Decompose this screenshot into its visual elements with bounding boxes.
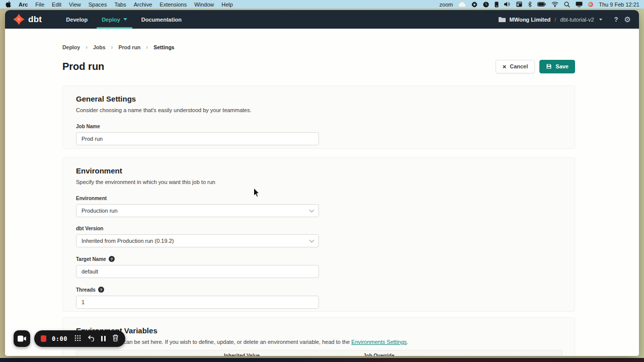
settings-gear-icon[interactable]: ⚙ (624, 16, 631, 23)
menubar-app-arc[interactable]: Arc (19, 2, 28, 8)
device-icon[interactable] (495, 2, 499, 8)
video-camera-icon (18, 335, 26, 342)
bluetooth-icon[interactable] (528, 2, 532, 8)
general-settings-subtitle: Consider choosing a name that's easily u… (76, 107, 561, 113)
job-name-field: Job Name (76, 124, 561, 145)
wifi-icon[interactable] (551, 2, 558, 7)
volume-icon[interactable] (504, 2, 511, 7)
menubar-spaces[interactable]: Spaces (89, 2, 107, 8)
menubar-edit[interactable]: Edit (52, 2, 61, 8)
dbt-version-select[interactable]: Inherited from Production run (0.19.2) (76, 234, 319, 247)
page-content: Deploy › Jobs › Prod run › Settings Prod… (5, 29, 639, 356)
target-name-field: Target Name ? (76, 256, 561, 278)
nav-tabs: Develop Deploy Documentation (59, 10, 189, 29)
job-name-input[interactable] (76, 132, 319, 145)
tab-deploy-label: Deploy (102, 17, 120, 23)
environment-section: Environment Specify the environment in w… (62, 157, 575, 312)
dbt-navbar: dbt Develop Deploy Documentation MWong L… (5, 10, 639, 29)
dbt-logo-text: dbt (28, 15, 42, 25)
help-button[interactable]: ? (614, 16, 618, 23)
breadcrumb-deploy[interactable]: Deploy (62, 44, 80, 50)
target-name-help-icon[interactable]: ? (109, 256, 115, 262)
restart-recording-icon[interactable] (88, 334, 95, 343)
battery-icon[interactable] (537, 2, 546, 7)
dbt-version-field: dbt Version Inherited from Production ru… (76, 226, 561, 247)
menubar-status-area: zoom Thu 9 Feb 12:21 (439, 2, 644, 8)
recorder-camera-button[interactable] (14, 330, 30, 347)
breadcrumb-jobs[interactable]: Jobs (93, 44, 106, 50)
chevron-down-icon (309, 207, 314, 212)
menubar-window[interactable]: Window (194, 2, 214, 8)
environment-field: Environment Production run (76, 196, 561, 217)
menubar-left: Arc File Edit View Spaces Tabs Archive E… (0, 1, 233, 8)
dbt-logo[interactable]: dbt (13, 14, 42, 25)
folder-icon (499, 15, 506, 24)
nav-right: MWong Limited / dbt-tutorial-v2 ? ⚙ (499, 15, 631, 24)
cloud-icon[interactable] (458, 2, 466, 7)
subtitle-period: . (407, 339, 408, 345)
macos-menubar: Arc File Edit View Spaces Tabs Archive E… (0, 0, 644, 9)
col-job-override: Job Override (363, 353, 562, 356)
pause-recording-icon[interactable] (101, 336, 106, 341)
environment-title: Environment (76, 166, 561, 175)
display-icon[interactable] (576, 2, 583, 7)
menubar-tabs[interactable]: Tabs (114, 2, 126, 8)
threads-help-icon[interactable]: ? (98, 287, 104, 293)
breadcrumb-prod-run[interactable]: Prod run (119, 44, 141, 50)
menubar-extensions[interactable]: Extensions (159, 2, 187, 8)
breadcrumb-separator: › (111, 44, 113, 50)
gear-icon[interactable] (471, 2, 477, 8)
close-icon: × (503, 63, 507, 70)
environment-variables-title: Environment Variables (76, 326, 561, 335)
drag-handle-icon[interactable] (74, 334, 81, 343)
environment-select-value: Production run (82, 208, 118, 214)
threads-label: Threads (76, 287, 96, 293)
target-name-label: Target Name (76, 256, 106, 262)
save-button[interactable]: Save (539, 60, 575, 73)
menubar-archive[interactable]: Archive (134, 2, 152, 8)
threads-input[interactable] (76, 296, 319, 309)
threads-field: Threads ? (76, 287, 561, 309)
menubar-help[interactable]: Help (221, 2, 233, 8)
dbt-version-label: dbt Version (76, 226, 561, 231)
save-icon (546, 63, 552, 69)
target-name-input[interactable] (76, 265, 319, 278)
environment-select[interactable]: Production run (76, 204, 319, 217)
tab-deploy[interactable]: Deploy (95, 10, 134, 29)
breadcrumb-settings: Settings (153, 44, 174, 50)
general-settings-title: General Settings (76, 95, 561, 103)
menubar-view[interactable]: View (69, 2, 81, 8)
breadcrumb-separator: › (146, 44, 148, 50)
breadcrumb-separator: › (86, 44, 88, 50)
clock-icon[interactable] (483, 2, 489, 8)
recorder-controls (74, 334, 119, 343)
menubar-file[interactable]: File (35, 2, 44, 8)
recording-timer: 0:00 (52, 335, 67, 342)
cancel-button[interactable]: × Cancel (496, 60, 535, 73)
chevron-down-icon (123, 18, 127, 21)
header-actions: × Cancel Save (496, 60, 575, 73)
environments-settings-link[interactable]: Environments Settings (351, 339, 407, 345)
environment-variables-subtitle: Job level overrides can be set here. If … (76, 339, 561, 345)
zoom-menu-item[interactable]: zoom (439, 2, 453, 8)
account-separator: / (554, 17, 556, 23)
environment-variables-section: Environment Variables Job level override… (62, 317, 575, 356)
chevron-down-icon[interactable] (599, 19, 602, 21)
search-icon[interactable] (564, 2, 570, 8)
project-selector[interactable]: dbt-tutorial-v2 (560, 17, 594, 23)
stop-recording-button[interactable] (41, 335, 46, 342)
breadcrumb: Deploy › Jobs › Prod run › Settings (62, 44, 175, 50)
save-button-label: Save (555, 63, 569, 69)
dbt-logo-icon (13, 14, 25, 25)
apple-menu-icon[interactable] (6, 1, 11, 8)
delete-recording-icon[interactable] (112, 334, 119, 343)
calendar-icon[interactable] (516, 2, 522, 7)
tab-documentation[interactable]: Documentation (134, 10, 189, 29)
menubar-clock[interactable]: Thu 9 Feb 12:21 (599, 2, 639, 8)
page-header: Prod run × Cancel Save (62, 59, 575, 74)
account-name[interactable]: MWong Limited (510, 17, 551, 23)
record-indicator[interactable] (588, 2, 593, 7)
desktop-wallpaper-strip (0, 358, 644, 362)
browser-window: dbt Develop Deploy Documentation MWong L… (5, 10, 639, 356)
tab-develop[interactable]: Develop (59, 10, 95, 29)
